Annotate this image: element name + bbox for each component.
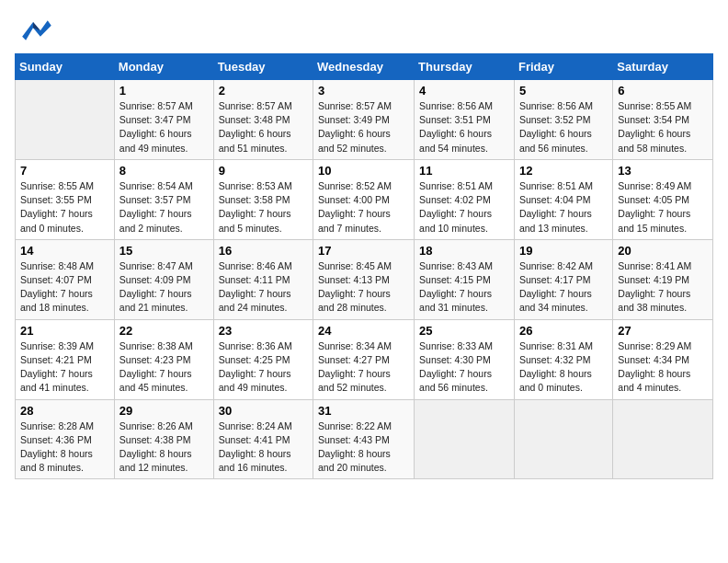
day-content: Sunrise: 8:57 AM Sunset: 3:48 PM Dayligh…: [219, 99, 308, 155]
column-header-wednesday: Wednesday: [313, 54, 415, 80]
calendar-cell: [16, 80, 115, 160]
week-row-5: 28Sunrise: 8:28 AM Sunset: 4:36 PM Dayli…: [16, 399, 713, 479]
day-content: Sunrise: 8:47 AM Sunset: 4:09 PM Dayligh…: [119, 259, 209, 316]
calendar-cell: 17Sunrise: 8:45 AM Sunset: 4:13 PM Dayli…: [313, 239, 415, 319]
column-header-monday: Monday: [114, 54, 213, 80]
calendar-cell: 11Sunrise: 8:51 AM Sunset: 4:02 PM Dayli…: [415, 159, 515, 239]
week-row-2: 7Sunrise: 8:55 AM Sunset: 3:55 PM Daylig…: [16, 159, 713, 239]
calendar-cell: 18Sunrise: 8:43 AM Sunset: 4:15 PM Dayli…: [415, 239, 515, 319]
calendar-cell: 9Sunrise: 8:53 AM Sunset: 3:58 PM Daylig…: [213, 159, 313, 239]
day-number: 28: [20, 404, 109, 418]
calendar-cell: 29Sunrise: 8:26 AM Sunset: 4:38 PM Dayli…: [114, 399, 213, 479]
week-row-1: 1Sunrise: 8:57 AM Sunset: 3:47 PM Daylig…: [16, 80, 713, 160]
calendar-table: SundayMondayTuesdayWednesdayThursdayFrid…: [15, 53, 713, 479]
column-headers: SundayMondayTuesdayWednesdayThursdayFrid…: [16, 54, 713, 80]
day-content: Sunrise: 8:54 AM Sunset: 3:57 PM Dayligh…: [119, 179, 209, 236]
day-content: Sunrise: 8:52 AM Sunset: 4:00 PM Dayligh…: [318, 179, 409, 236]
day-number: 16: [219, 244, 308, 258]
day-number: 9: [219, 164, 308, 178]
day-content: Sunrise: 8:43 AM Sunset: 4:15 PM Dayligh…: [419, 259, 509, 316]
day-content: Sunrise: 8:36 AM Sunset: 4:25 PM Dayligh…: [219, 339, 308, 396]
day-number: 4: [419, 84, 509, 98]
svg-marker-0: [22, 20, 51, 40]
day-content: Sunrise: 8:26 AM Sunset: 4:38 PM Dayligh…: [119, 419, 209, 476]
calendar-cell: 2Sunrise: 8:57 AM Sunset: 3:48 PM Daylig…: [213, 80, 313, 160]
day-content: Sunrise: 8:57 AM Sunset: 3:47 PM Dayligh…: [119, 99, 209, 155]
day-content: Sunrise: 8:34 AM Sunset: 4:27 PM Dayligh…: [318, 339, 409, 396]
day-number: 29: [119, 404, 209, 418]
calendar-cell: 5Sunrise: 8:56 AM Sunset: 3:52 PM Daylig…: [514, 80, 612, 160]
calendar-cell: 14Sunrise: 8:48 AM Sunset: 4:07 PM Dayli…: [16, 239, 115, 319]
calendar-cell: [514, 399, 612, 479]
logo: [15, 15, 53, 42]
calendar-cell: 15Sunrise: 8:47 AM Sunset: 4:09 PM Dayli…: [114, 239, 213, 319]
calendar-cell: 23Sunrise: 8:36 AM Sunset: 4:25 PM Dayli…: [213, 319, 313, 399]
day-number: 17: [318, 244, 409, 258]
column-header-sunday: Sunday: [16, 54, 115, 80]
day-content: Sunrise: 8:49 AM Sunset: 4:05 PM Dayligh…: [618, 179, 708, 236]
calendar-cell: 12Sunrise: 8:51 AM Sunset: 4:04 PM Dayli…: [514, 159, 612, 239]
day-number: 21: [20, 324, 109, 338]
day-number: 26: [519, 324, 608, 338]
calendar-cell: 28Sunrise: 8:28 AM Sunset: 4:36 PM Dayli…: [16, 399, 115, 479]
day-number: 23: [219, 324, 308, 338]
day-content: Sunrise: 8:51 AM Sunset: 4:02 PM Dayligh…: [419, 179, 509, 236]
calendar-cell: 1Sunrise: 8:57 AM Sunset: 3:47 PM Daylig…: [114, 80, 213, 160]
day-number: 3: [318, 84, 409, 98]
day-content: Sunrise: 8:56 AM Sunset: 3:51 PM Dayligh…: [419, 99, 509, 155]
calendar-cell: 10Sunrise: 8:52 AM Sunset: 4:00 PM Dayli…: [313, 159, 415, 239]
calendar-cell: 7Sunrise: 8:55 AM Sunset: 3:55 PM Daylig…: [16, 159, 115, 239]
day-number: 22: [119, 324, 209, 338]
day-content: Sunrise: 8:22 AM Sunset: 4:43 PM Dayligh…: [318, 419, 409, 476]
calendar-cell: 21Sunrise: 8:39 AM Sunset: 4:21 PM Dayli…: [16, 319, 115, 399]
calendar-cell: 26Sunrise: 8:31 AM Sunset: 4:32 PM Dayli…: [514, 319, 612, 399]
day-number: 27: [618, 324, 708, 338]
day-number: 18: [419, 244, 509, 258]
day-content: Sunrise: 8:53 AM Sunset: 3:58 PM Dayligh…: [219, 179, 308, 236]
day-content: Sunrise: 8:42 AM Sunset: 4:17 PM Dayligh…: [519, 259, 608, 316]
week-row-3: 14Sunrise: 8:48 AM Sunset: 4:07 PM Dayli…: [16, 239, 713, 319]
day-content: Sunrise: 8:41 AM Sunset: 4:19 PM Dayligh…: [618, 259, 708, 316]
day-number: 24: [318, 324, 409, 338]
day-number: 10: [318, 164, 409, 178]
day-number: 25: [419, 324, 509, 338]
day-number: 5: [519, 84, 608, 98]
day-number: 1: [119, 84, 209, 98]
column-header-saturday: Saturday: [613, 54, 713, 80]
day-number: 11: [419, 164, 509, 178]
day-number: 31: [318, 404, 409, 418]
day-content: Sunrise: 8:57 AM Sunset: 3:49 PM Dayligh…: [318, 99, 409, 155]
logo-icon: [15, 15, 51, 42]
day-number: 30: [219, 404, 308, 418]
day-number: 14: [20, 244, 109, 258]
calendar-cell: 25Sunrise: 8:33 AM Sunset: 4:30 PM Dayli…: [415, 319, 515, 399]
calendar-cell: 6Sunrise: 8:55 AM Sunset: 3:54 PM Daylig…: [613, 80, 713, 160]
calendar-cell: 16Sunrise: 8:46 AM Sunset: 4:11 PM Dayli…: [213, 239, 313, 319]
day-content: Sunrise: 8:56 AM Sunset: 3:52 PM Dayligh…: [519, 99, 608, 155]
day-number: 13: [618, 164, 708, 178]
calendar-cell: 22Sunrise: 8:38 AM Sunset: 4:23 PM Dayli…: [114, 319, 213, 399]
column-header-thursday: Thursday: [415, 54, 515, 80]
day-number: 7: [20, 164, 109, 178]
calendar-cell: 31Sunrise: 8:22 AM Sunset: 4:43 PM Dayli…: [313, 399, 415, 479]
day-content: Sunrise: 8:24 AM Sunset: 4:41 PM Dayligh…: [219, 419, 308, 476]
day-content: Sunrise: 8:38 AM Sunset: 4:23 PM Dayligh…: [119, 339, 209, 396]
column-header-friday: Friday: [514, 54, 612, 80]
calendar-cell: 3Sunrise: 8:57 AM Sunset: 3:49 PM Daylig…: [313, 80, 415, 160]
day-content: Sunrise: 8:55 AM Sunset: 3:54 PM Dayligh…: [618, 99, 708, 155]
calendar-cell: 24Sunrise: 8:34 AM Sunset: 4:27 PM Dayli…: [313, 319, 415, 399]
day-content: Sunrise: 8:28 AM Sunset: 4:36 PM Dayligh…: [20, 419, 109, 476]
day-content: Sunrise: 8:31 AM Sunset: 4:32 PM Dayligh…: [519, 339, 608, 396]
day-number: 15: [119, 244, 209, 258]
day-content: Sunrise: 8:51 AM Sunset: 4:04 PM Dayligh…: [519, 179, 608, 236]
day-number: 12: [519, 164, 608, 178]
day-number: 6: [618, 84, 708, 98]
day-number: 19: [519, 244, 608, 258]
calendar-cell: 27Sunrise: 8:29 AM Sunset: 4:34 PM Dayli…: [613, 319, 713, 399]
column-header-tuesday: Tuesday: [213, 54, 313, 80]
day-content: Sunrise: 8:45 AM Sunset: 4:13 PM Dayligh…: [318, 259, 409, 316]
day-content: Sunrise: 8:46 AM Sunset: 4:11 PM Dayligh…: [219, 259, 308, 316]
day-number: 8: [119, 164, 209, 178]
calendar-cell: 19Sunrise: 8:42 AM Sunset: 4:17 PM Dayli…: [514, 239, 612, 319]
calendar-cell: 8Sunrise: 8:54 AM Sunset: 3:57 PM Daylig…: [114, 159, 213, 239]
